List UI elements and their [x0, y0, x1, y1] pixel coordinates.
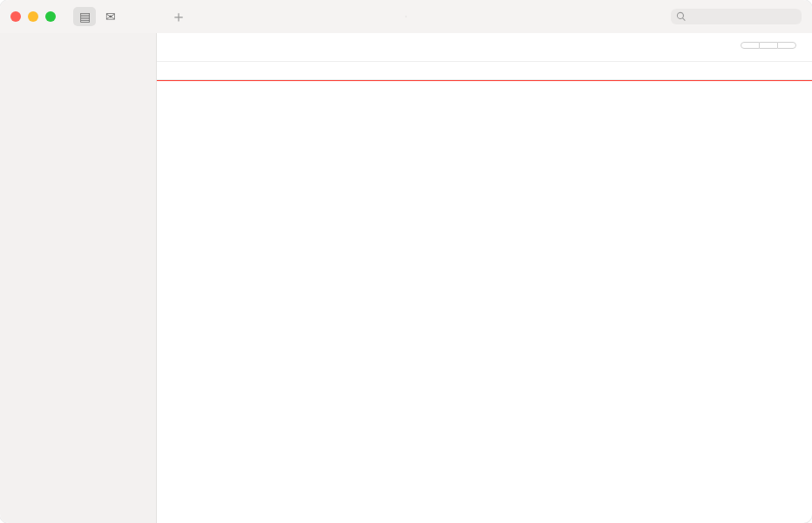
next-week-button[interactable]	[777, 42, 796, 49]
mini-calendar	[0, 506, 156, 523]
calendar-view-icon[interactable]: ▤	[73, 7, 96, 26]
sidebar	[0, 33, 157, 523]
prev-week-button[interactable]	[741, 42, 760, 49]
minimize-icon[interactable]	[28, 11, 38, 22]
allday-row	[157, 61, 812, 80]
current-time-line	[157, 80, 812, 81]
search-field[interactable]	[671, 9, 802, 24]
inbox-icon[interactable]: ✉	[99, 7, 122, 26]
window-controls	[10, 11, 56, 22]
add-event-button[interactable]: ＋	[171, 6, 186, 27]
day-headers	[157, 52, 812, 61]
view-segmented-control	[405, 16, 407, 17]
titlebar: ▤ ✉ ＋	[0, 0, 812, 33]
today-button[interactable]	[760, 42, 777, 49]
search-icon	[676, 11, 687, 22]
zoom-icon[interactable]	[45, 11, 56, 22]
calendar-area	[157, 33, 812, 523]
close-icon[interactable]	[10, 11, 21, 22]
toolbar-icons: ▤ ✉	[73, 7, 122, 26]
